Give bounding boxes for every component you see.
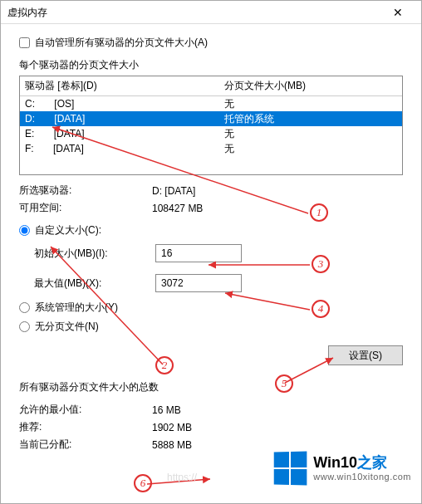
list-rows: C: [OS]无D: [DATA]托管的系统E: [DATA]无F: [DATA… bbox=[20, 96, 402, 156]
free-space-value: 108427 MB bbox=[152, 203, 203, 214]
free-space-label: 可用空间: bbox=[19, 201, 152, 215]
table-row[interactable]: C: [OS]无 bbox=[20, 96, 402, 111]
table-row[interactable]: E: [DATA]无 bbox=[20, 126, 402, 141]
titlebar: 虚拟内存 ✕ bbox=[1, 1, 421, 24]
windows-logo-icon bbox=[274, 451, 307, 485]
custom-size-radio[interactable]: 自定义大小(C): bbox=[19, 223, 403, 237]
allocated-label: 当前已分配: bbox=[19, 438, 152, 452]
selected-drive-label: 所选驱动器: bbox=[19, 183, 152, 198]
max-size-input[interactable] bbox=[155, 274, 242, 292]
watermark: Win10之家 www.win10xitong.com bbox=[273, 452, 411, 485]
table-row[interactable]: D: [DATA]托管的系统 bbox=[20, 111, 402, 126]
set-button-row: 设置(S) bbox=[19, 345, 403, 365]
drive-cell: D: [DATA] bbox=[20, 111, 219, 126]
recommended-label: 推荐: bbox=[19, 420, 152, 434]
drive-listbox[interactable]: 驱动器 [卷标](D) 分页文件大小(MB) C: [OS]无D: [DATA]… bbox=[19, 76, 403, 175]
no-paging-radio[interactable]: 无分页文件(N) bbox=[19, 320, 403, 334]
max-size-row: 最大值(MB)(X): bbox=[19, 274, 403, 292]
ghost-url: https:// bbox=[167, 472, 197, 483]
min-allowed-value: 16 MB bbox=[152, 404, 181, 416]
system-managed-label: 系统管理的大小(Y) bbox=[35, 301, 118, 315]
selected-drive-value: D: [DATA] bbox=[152, 185, 195, 197]
paging-cell: 无 bbox=[219, 96, 402, 111]
list-header: 驱动器 [卷标](D) 分页文件大小(MB) bbox=[20, 76, 402, 96]
drive-cell: F: [DATA] bbox=[20, 141, 219, 156]
totals-label: 所有驱动器分页文件大小的总数 bbox=[19, 380, 403, 394]
set-button[interactable]: 设置(S) bbox=[328, 345, 403, 365]
paging-cell: 无 bbox=[219, 141, 402, 156]
watermark-text: Win10之家 www.win10xitong.com bbox=[313, 455, 411, 482]
auto-manage-label: 自动管理所有驱动器的分页文件大小(A) bbox=[35, 36, 208, 50]
min-allowed-row: 允许的最小值: 16 MB bbox=[19, 403, 403, 417]
paging-cell: 无 bbox=[219, 126, 402, 141]
watermark-brand-b: 之家 bbox=[357, 454, 387, 471]
initial-size-row: 初始大小(MB)(I): bbox=[19, 244, 403, 262]
virtual-memory-dialog: 虚拟内存 ✕ 自动管理所有驱动器的分页文件大小(A) 每个驱动器的分页文件大小 … bbox=[0, 0, 422, 504]
window-title: 虚拟内存 bbox=[7, 1, 47, 24]
drive-cell: E: [DATA] bbox=[20, 126, 219, 141]
allocated-row: 当前已分配: 5888 MB bbox=[19, 438, 403, 452]
dialog-body: 自动管理所有驱动器的分页文件大小(A) 每个驱动器的分页文件大小 驱动器 [卷标… bbox=[1, 24, 421, 452]
header-paging: 分页文件大小(MB) bbox=[219, 76, 402, 95]
max-size-label: 最大值(MB)(X): bbox=[34, 276, 155, 291]
auto-manage-checkbox[interactable]: 自动管理所有驱动器的分页文件大小(A) bbox=[19, 36, 403, 50]
free-space-row: 可用空间: 108427 MB bbox=[19, 201, 403, 215]
recommended-row: 推荐: 1902 MB bbox=[19, 420, 403, 434]
paging-cell: 托管的系统 bbox=[219, 111, 402, 126]
header-drive: 驱动器 [卷标](D) bbox=[20, 76, 219, 95]
initial-size-input[interactable] bbox=[155, 244, 242, 262]
no-paging-input[interactable] bbox=[19, 321, 30, 332]
custom-size-label: 自定义大小(C): bbox=[35, 223, 101, 237]
watermark-brand-a: Win10 bbox=[313, 454, 357, 471]
recommended-value: 1902 MB bbox=[152, 422, 192, 433]
close-icon[interactable]: ✕ bbox=[381, 1, 415, 24]
no-paging-label: 无分页文件(N) bbox=[35, 320, 99, 334]
system-managed-input[interactable] bbox=[19, 302, 30, 313]
system-managed-radio[interactable]: 系统管理的大小(Y) bbox=[19, 301, 403, 315]
watermark-url: www.win10xitong.com bbox=[313, 472, 411, 482]
table-row[interactable]: F: [DATA]无 bbox=[20, 141, 402, 156]
per-drive-label: 每个驱动器的分页文件大小 bbox=[19, 58, 403, 72]
initial-size-label: 初始大小(MB)(I): bbox=[34, 247, 155, 261]
min-allowed-label: 允许的最小值: bbox=[19, 403, 152, 417]
drive-cell: C: [OS] bbox=[20, 96, 219, 111]
selected-drive-row: 所选驱动器: D: [DATA] bbox=[19, 183, 403, 198]
auto-manage-input[interactable] bbox=[19, 37, 30, 48]
allocated-value: 5888 MB bbox=[152, 439, 192, 451]
custom-size-input[interactable] bbox=[19, 225, 30, 236]
annotation-marker-6: 6 bbox=[134, 474, 152, 492]
